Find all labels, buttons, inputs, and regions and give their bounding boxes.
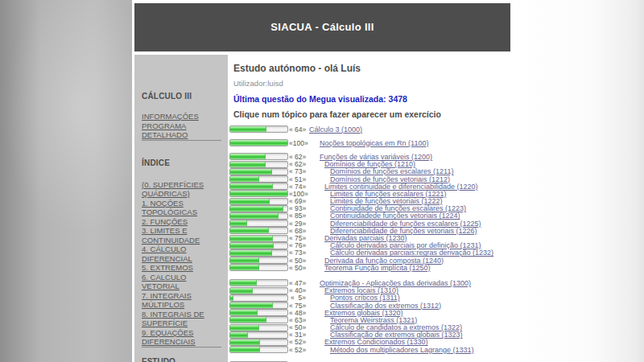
progress-bar — [229, 153, 288, 160]
progress-bar — [229, 198, 288, 205]
progress-bar — [229, 309, 288, 316]
progress-bar-fill — [230, 154, 266, 159]
progress-bar — [229, 220, 288, 227]
progress-bar-fill — [230, 213, 279, 219]
sidebar-index-links: (0. SUPERFÍCIES QUÁDRICAS) 1. NOÇÕES TOP… — [142, 180, 221, 347]
progress-bar-fill — [230, 250, 272, 256]
progress-bar-fill — [230, 191, 287, 196]
progress-bar-fill — [230, 265, 259, 270]
sidebar-item-extremos[interactable]: 5. EXTREMOS — [142, 263, 221, 273]
letterboxed-screen: SIACUA - Cálculo III CÁLCULO III INFORMA… — [0, 0, 644, 362]
progress-percent: « 64» — [289, 125, 306, 134]
progress-bar-fill — [230, 162, 266, 167]
sidebar-divider — [142, 140, 221, 141]
progress-bar-fill — [230, 295, 233, 301]
progress-bar — [229, 227, 288, 234]
topic-link[interactable]: Método dos multiplicadores Lagrange (133… — [309, 346, 474, 354]
progress-percent: «100» — [289, 139, 306, 147]
sidebar-link-programa-detalhado[interactable]: PROGRAMA DETALHADO — [142, 121, 221, 140]
topic-row: « 52» Método dos multiplicadores Lagrang… — [229, 346, 507, 353]
progress-bar-fill — [230, 317, 266, 323]
progress-bar — [229, 235, 288, 242]
sidebar-item-calculo-vetorial[interactable]: 6. CALCULO VETORIAL — [142, 273, 221, 291]
app-header: SIACUA - Cálculo III — [134, 3, 510, 51]
progress-bar-fill — [230, 236, 273, 241]
app-title: SIACUA - Cálculo III — [270, 21, 374, 33]
progress-bar-fill — [230, 302, 273, 308]
sidebar-link-informacoes[interactable]: INFORMAÇÕES — [142, 112, 221, 121]
progress-bar-fill — [230, 325, 259, 331]
topic-link[interactable]: Noções topológicas em Rn (1100) — [309, 139, 428, 147]
progress-bar-fill — [230, 347, 260, 352]
progress-bar — [229, 287, 288, 294]
blurred-background-right — [513, 0, 644, 362]
topic-row: «100» Noções topológicas em Rn (1100) — [229, 139, 507, 146]
sidebar-link-estudo-autonomo[interactable]: ESTUDO AUTÓNOMO — [142, 357, 221, 362]
progress-bar — [229, 161, 288, 168]
progress-bar — [229, 139, 288, 146]
progress-bar-fill — [230, 228, 269, 233]
progress-bar-fill — [230, 280, 257, 286]
progress-bar — [229, 264, 288, 271]
progress-bar — [229, 190, 288, 197]
progress-bar — [229, 346, 288, 353]
sidebar-item-superficies-quadricas[interactable]: (0. SUPERFÍCIES QUÁDRICAS) — [142, 180, 221, 199]
topic-row: « 64» Cálculo 3 (1000) — [229, 125, 507, 133]
sidebar-item-equacoes-diferenciais[interactable]: 9. EQUAÇÕES DIFERENCIAIS — [142, 328, 221, 347]
progress-bar — [229, 331, 288, 339]
progress-bar-fill — [230, 140, 287, 146]
progress-bar-fill — [230, 288, 253, 294]
progress-bar-fill — [230, 332, 248, 338]
progress-bar — [229, 257, 288, 264]
topic-link[interactable]: Cálculo 3 (1000) — [309, 125, 362, 134]
siacua-window: SIACUA - Cálculo III CÁLCULO III INFORMA… — [132, 0, 513, 362]
progress-bar — [229, 168, 288, 175]
page-title: Estudo autónomo - olá Luís — [233, 63, 507, 74]
progress-bar — [229, 205, 288, 212]
progress-bar — [229, 294, 288, 302]
progress-bar — [229, 212, 288, 220]
topic-row: « 50» Teorema Função implícita (1250) — [229, 264, 507, 271]
sidebar-item-limites-continuidade[interactable]: 3. LIMITES E CONTINUIDADE — [142, 226, 221, 245]
progress-bar-fill — [230, 183, 273, 189]
progress-bar-fill — [230, 126, 266, 132]
main-panel: Estudo autónomo - olá Luís Utilizador:lu… — [228, 55, 510, 362]
progress-bar-fill — [230, 206, 283, 212]
sidebar-item-funcoes[interactable]: 2. FUNÇÕES — [142, 217, 221, 227]
progress-bar — [229, 125, 288, 133]
progress-bar-fill — [230, 199, 270, 204]
app-body: CÁLCULO III INFORMAÇÕES PROGRAMA DETALHA… — [134, 55, 510, 362]
sidebar-item-calculo-diferencial[interactable]: 4. CÁLCULO DIFERENCIAL — [142, 245, 221, 263]
progress-bar-fill — [230, 257, 259, 263]
progress-bar-fill — [230, 169, 272, 175]
topic-link[interactable]: Teorema Função implícita (1250) — [309, 264, 431, 272]
sidebar-item-integrais-superficie[interactable]: 8. INTEGRAIS DE SUPERFÍCIE — [142, 310, 221, 328]
sidebar-index-title: ÍNDICE — [142, 158, 221, 167]
progress-percent: « 50» — [289, 264, 306, 272]
sidebar-item-nocoes-topologicas[interactable]: 1. NOÇÕES TOPOLÓGICAS — [142, 199, 221, 217]
sidebar: CÁLCULO III INFORMAÇÕES PROGRAMA DETALHA… — [134, 55, 228, 362]
sidebar-divider — [142, 347, 221, 348]
sidebar-item-integrais-multiplos[interactable]: 7. INTEGRAIS MÚLTIPLOS — [142, 291, 221, 310]
topic-progress-list: « 64» Cálculo 3 (1000) «100» Noções topo… — [229, 125, 507, 362]
progress-percent: « 52» — [289, 346, 306, 354]
progress-bar — [229, 249, 288, 257]
progress-bar — [229, 316, 288, 323]
instruction-text: Clique num tópico para fazer aparecer um… — [233, 109, 507, 119]
blurred-background-left — [0, 0, 134, 362]
progress-bar — [229, 324, 288, 331]
progress-bar — [229, 183, 288, 190]
progress-bar — [229, 279, 288, 286]
progress-bar — [229, 242, 288, 249]
sidebar-top-links: INFORMAÇÕES PROGRAMA DETALHADO — [142, 112, 221, 140]
progress-bar-fill — [230, 339, 260, 345]
progress-bar-fill — [230, 310, 258, 315]
last-megua-question: Última questão do Megua visualizada: 347… — [233, 94, 507, 104]
progress-bar-fill — [230, 176, 259, 182]
user-line: Utilizador:luisd — [233, 79, 507, 88]
progress-bar-fill — [230, 243, 274, 249]
progress-bar — [229, 302, 288, 309]
progress-bar — [229, 175, 288, 183]
progress-bar-fill — [230, 220, 247, 226]
sidebar-study-section: ESTUDO AUTÓNOMO — [142, 357, 221, 362]
